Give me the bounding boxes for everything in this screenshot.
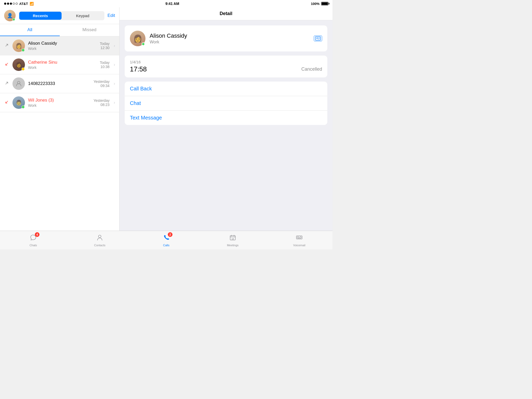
calls-badge: 2 — [168, 232, 172, 237]
call-direction-number-icon — [4, 81, 9, 86]
call-time-alison: Today 12:30 — [100, 42, 109, 50]
keypad-tab[interactable]: Keypad — [62, 12, 104, 20]
tab-bar-contacts[interactable]: Contacts — [66, 232, 133, 249]
signal-dots — [4, 3, 18, 5]
call-info-wil: Wil Jones (3) Work — [28, 98, 90, 108]
voicemail-icon — [296, 234, 303, 243]
user-avatar-container[interactable]: 👤 — [4, 10, 16, 21]
filter-tab-all[interactable]: All — [0, 24, 60, 36]
call-time-label-number: Yesterday — [94, 79, 110, 84]
call-item-catherine[interactable]: 👩 Catherine Sinu Work Today 10:38 › — [0, 55, 119, 74]
call-time-value-number: 09:34 — [94, 84, 110, 88]
contact-info: Alison Cassidy Work — [150, 32, 310, 44]
chats-badge: 4 — [35, 232, 39, 237]
call-info-alison: Alison Cassidy Work — [28, 41, 97, 51]
call-time-value-wil: 08:23 — [94, 103, 110, 107]
call-subtitle-catherine: Work — [28, 65, 97, 70]
call-date: 1/4/16 — [130, 60, 322, 64]
tab-bar-calls[interactable]: 2 Calls — [133, 232, 200, 249]
chevron-icon-catherine: › — [114, 62, 115, 67]
call-time-value: 17:58 — [130, 65, 147, 73]
call-status-text: Cancelled — [301, 66, 322, 72]
calls-label: Calls — [163, 244, 169, 247]
status-bar: AT&T 📶 9:41 AM 100% — [0, 0, 332, 7]
call-time-value-catherine: 10:38 — [100, 65, 109, 69]
right-panel: Detail 👩 Alison Cassidy Work — [119, 7, 332, 231]
action-call-back-label: Call Back — [130, 86, 152, 91]
contact-type: Work — [150, 40, 310, 44]
chevron-icon-number: › — [114, 81, 115, 86]
actions-card: Call Back Chat Text Message — [125, 82, 327, 125]
call-time-label-alison: Today — [100, 42, 109, 46]
contacts-label: Contacts — [94, 244, 105, 247]
carrier-label: AT&T — [19, 2, 28, 6]
main-content: 👤 Recents Keypad Edit All Missed — [0, 7, 332, 231]
tab-bar-chats[interactable]: 4 Chats — [0, 232, 66, 249]
call-time-label-catherine: Today — [100, 61, 109, 65]
action-text-message[interactable]: Text Message — [125, 111, 327, 125]
chats-label: Chats — [30, 244, 37, 247]
meetings-label: Meetings — [227, 244, 239, 247]
tab-bar: 4 Chats Contacts 2 Calls 12 — [0, 231, 332, 249]
recents-keypad-tabs: Recents Keypad — [19, 11, 104, 20]
signal-dot-2 — [7, 3, 9, 5]
call-avatar-wil: 👨 — [12, 96, 25, 109]
call-time-wil: Yesterday 08:23 — [94, 98, 110, 107]
contact-card: 👩 Alison Cassidy Work — [125, 25, 327, 51]
call-time-label-wil: Yesterday — [94, 98, 110, 103]
wifi-icon: 📶 — [30, 2, 34, 6]
call-item-number[interactable]: 14082223333 Yesterday 09:34 › — [0, 74, 119, 93]
signal-dot-3 — [10, 3, 12, 5]
chevron-icon-alison: › — [114, 43, 115, 48]
call-avatar-number — [12, 77, 25, 90]
svg-point-7 — [297, 237, 299, 238]
call-avatar-placeholder-number — [12, 77, 25, 90]
call-list: 👩 Alison Cassidy Work Today 12:30 › — [0, 36, 119, 231]
call-subtitle-wil: Work — [28, 103, 90, 108]
svg-point-3 — [98, 235, 101, 238]
recents-tab[interactable]: Recents — [19, 12, 62, 20]
signal-dot-4 — [13, 3, 15, 5]
edit-button[interactable]: Edit — [108, 13, 115, 18]
call-status-dot-catherine — [22, 68, 25, 71]
chevron-icon-wil: › — [114, 100, 115, 105]
chats-icon: 4 — [30, 234, 37, 243]
contacts-icon — [96, 234, 103, 243]
signal-dot-5 — [16, 3, 18, 5]
action-chat[interactable]: Chat — [125, 96, 327, 111]
call-info-number: 14082223333 — [28, 81, 90, 86]
detail-content: 👩 Alison Cassidy Work 1/4/16 — [119, 20, 332, 231]
detail-title: Detail — [220, 11, 232, 16]
call-status-dot-wil — [22, 105, 25, 109]
call-direction-wil-icon — [4, 100, 9, 105]
filter-tabs: All Missed — [0, 24, 119, 36]
battery-fill — [322, 2, 328, 5]
user-status-dot — [12, 18, 15, 21]
tab-bar-meetings[interactable]: 12 Meetings — [200, 232, 266, 249]
calls-icon: 2 — [163, 234, 170, 243]
call-subtitle-alison: Work — [28, 46, 97, 51]
status-time: 9:41 AM — [165, 2, 179, 6]
call-avatar-alison: 👩 — [12, 39, 25, 52]
contact-name: Alison Cassidy — [150, 32, 310, 39]
action-chat-label: Chat — [130, 100, 141, 106]
tab-bar-voicemail[interactable]: Voicemail — [266, 232, 332, 249]
contact-card-detail-icon[interactable] — [314, 36, 322, 41]
svg-point-2 — [317, 38, 318, 39]
detail-header: Detail — [119, 7, 332, 20]
call-name-catherine: Catherine Sinu — [28, 60, 97, 65]
call-item-wil[interactable]: 👨 Wil Jones (3) Work Yesterday 08:23 › — [0, 93, 119, 112]
action-text-message-label: Text Message — [130, 115, 162, 121]
filter-tab-missed[interactable]: Missed — [60, 24, 119, 36]
left-panel: 👤 Recents Keypad Edit All Missed — [0, 7, 119, 231]
call-name-wil: Wil Jones (3) — [28, 98, 90, 103]
battery-label: 100% — [311, 2, 320, 6]
meetings-icon: 12 — [229, 234, 236, 243]
call-direction-outgoing-icon — [4, 43, 9, 48]
status-left: AT&T 📶 — [4, 2, 34, 6]
call-item-alison[interactable]: 👩 Alison Cassidy Work Today 12:30 › — [0, 36, 119, 55]
call-name-number: 14082223333 — [28, 81, 90, 86]
call-direction-missed-icon — [4, 62, 9, 67]
svg-text:12: 12 — [232, 238, 234, 240]
action-call-back[interactable]: Call Back — [125, 82, 327, 96]
